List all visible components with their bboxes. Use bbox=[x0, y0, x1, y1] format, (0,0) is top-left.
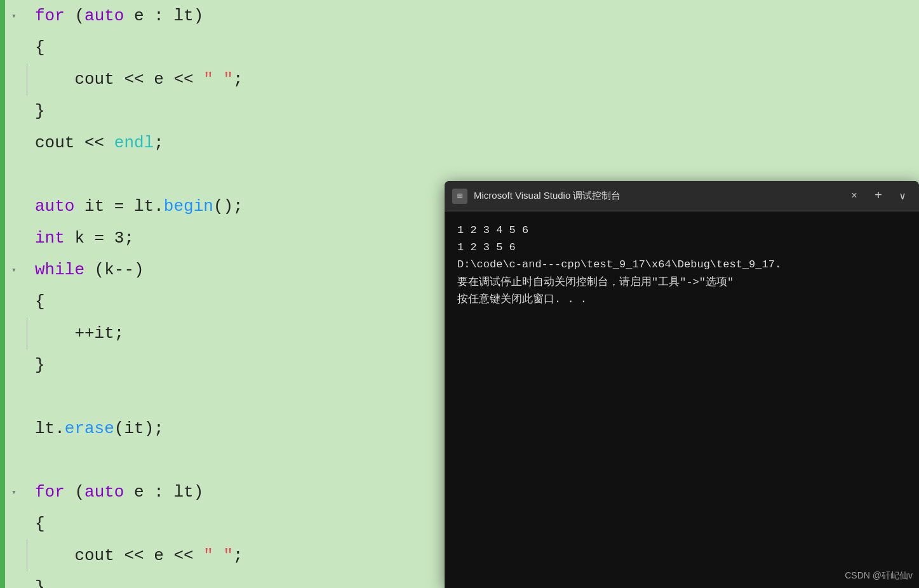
code-text: for (auto e : lt) bbox=[0, 476, 445, 508]
code-line: ▾for (auto e : lt) bbox=[0, 476, 445, 508]
code-text: } bbox=[0, 95, 445, 127]
terminal-line: 要在调试停止时自动关闭控制台，请启用"工具"->"选项" bbox=[457, 274, 906, 291]
code-text: } bbox=[0, 571, 445, 588]
fold-arrow-icon[interactable]: ▾ bbox=[11, 265, 17, 275]
green-bar bbox=[0, 32, 5, 63]
code-line: { bbox=[0, 286, 445, 317]
code-text: { bbox=[0, 508, 445, 540]
code-text: cout << e << " "; bbox=[0, 63, 445, 95]
watermark: CSDN @矸屺仙v bbox=[845, 570, 913, 582]
terminal-line: D:\code\c-and---cpp\test_9_17\x64\Debug\… bbox=[457, 256, 906, 273]
green-bar bbox=[0, 476, 5, 508]
terminal-title: Microsoft Visual Studio 调试控制台 bbox=[474, 190, 839, 202]
fold-arrow-icon[interactable]: ▾ bbox=[11, 487, 17, 497]
indent-line bbox=[27, 540, 27, 571]
code-line: } bbox=[0, 95, 445, 127]
code-line: int k = 3; bbox=[0, 222, 445, 254]
terminal-add-tab-button[interactable]: + bbox=[869, 187, 887, 205]
code-editor: ▾for (auto e : lt){ cout << e << " ";}co… bbox=[0, 0, 445, 588]
terminal-app-icon: ⊞ bbox=[452, 189, 467, 204]
code-text: { bbox=[0, 286, 445, 317]
code-line: cout << e << " "; bbox=[0, 540, 445, 571]
green-bar bbox=[0, 95, 5, 127]
green-bar bbox=[0, 571, 5, 588]
code-line: ++it; bbox=[0, 317, 445, 349]
green-bar bbox=[0, 190, 5, 222]
code-line: lt.erase(it); bbox=[0, 413, 445, 444]
green-bar bbox=[0, 222, 5, 254]
code-text: cout << endl; bbox=[0, 127, 445, 159]
code-line bbox=[0, 159, 445, 190]
code-text: int k = 3; bbox=[0, 222, 445, 254]
code-text: for (auto e : lt) bbox=[0, 0, 445, 32]
terminal-line: 1 2 3 4 5 6 bbox=[457, 222, 906, 239]
code-line: auto it = lt.begin(); bbox=[0, 190, 445, 222]
fold-arrow-icon[interactable]: ▾ bbox=[11, 11, 17, 21]
indent-line bbox=[27, 317, 27, 349]
green-bar bbox=[0, 508, 5, 540]
code-line: { bbox=[0, 32, 445, 63]
terminal-titlebar: ⊞ Microsoft Visual Studio 调试控制台 × + ∨ bbox=[445, 181, 919, 211]
code-line bbox=[0, 444, 445, 476]
code-line: ▾for (auto e : lt) bbox=[0, 0, 445, 32]
terminal-chevron-button[interactable]: ∨ bbox=[894, 187, 911, 205]
green-bar bbox=[0, 254, 5, 286]
code-text: { bbox=[0, 32, 445, 63]
code-line bbox=[0, 381, 445, 413]
green-bar bbox=[0, 413, 5, 444]
green-bar bbox=[0, 63, 5, 95]
green-bar bbox=[0, 349, 5, 381]
terminal-line: 1 2 3 5 6 bbox=[457, 239, 906, 256]
green-bar bbox=[0, 317, 5, 349]
terminal-output: 1 2 3 4 5 61 2 3 5 6D:\code\c-and---cpp\… bbox=[445, 211, 919, 588]
indent-line bbox=[27, 63, 27, 95]
terminal-line: 按任意键关闭此窗口. . . bbox=[457, 291, 906, 308]
green-bar bbox=[0, 540, 5, 571]
code-text: lt.erase(it); bbox=[0, 413, 445, 444]
code-text: cout << e << " "; bbox=[0, 540, 445, 571]
code-line: } bbox=[0, 349, 445, 381]
code-text: while (k--) bbox=[0, 254, 445, 286]
terminal-close-button[interactable]: × bbox=[845, 187, 863, 205]
code-line: } bbox=[0, 571, 445, 588]
code-line: ▾while (k--) bbox=[0, 254, 445, 286]
code-text: ++it; bbox=[0, 317, 445, 349]
right-background bbox=[445, 0, 919, 181]
code-line: { bbox=[0, 508, 445, 540]
code-line: cout << endl; bbox=[0, 127, 445, 159]
green-bar bbox=[0, 444, 5, 476]
terminal-window: ⊞ Microsoft Visual Studio 调试控制台 × + ∨ 1 … bbox=[445, 181, 919, 588]
green-bar bbox=[0, 381, 5, 413]
code-line: cout << e << " "; bbox=[0, 63, 445, 95]
green-bar bbox=[0, 0, 5, 32]
code-text: } bbox=[0, 349, 445, 381]
green-bar bbox=[0, 159, 5, 190]
code-text: auto it = lt.begin(); bbox=[0, 190, 445, 222]
green-bar bbox=[0, 127, 5, 159]
green-bar bbox=[0, 286, 5, 317]
